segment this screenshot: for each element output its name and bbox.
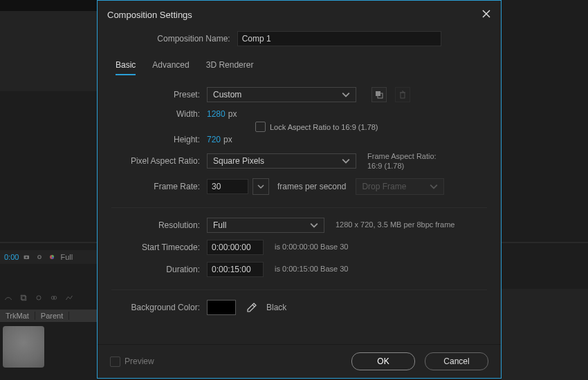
timeline-column-headers: TrkMat Parent bbox=[0, 310, 97, 322]
start-tc-input[interactable] bbox=[207, 240, 264, 255]
svg-point-6 bbox=[37, 296, 41, 300]
svg-rect-5 bbox=[22, 296, 26, 301]
tab-basic[interactable]: Basic bbox=[116, 60, 136, 75]
bgcolor-label: Background Color: bbox=[111, 303, 207, 312]
comp-name-label: Composition Name: bbox=[157, 34, 230, 44]
svg-point-1 bbox=[26, 256, 28, 258]
motionblur-icon bbox=[50, 294, 58, 302]
duration-label: Duration: bbox=[111, 265, 207, 274]
col-parent: Parent bbox=[35, 312, 69, 320]
resolution-dropdown[interactable]: Full bbox=[207, 218, 324, 233]
dialog-footer: Preview OK Cancel bbox=[98, 344, 501, 378]
start-tc-aside: is 0:00:00:00 Base 30 bbox=[275, 242, 348, 251]
framerate-unit: frames per second bbox=[277, 182, 346, 191]
bgcolor-name: Black bbox=[266, 303, 286, 312]
colorwheel-icon bbox=[48, 253, 56, 261]
duration-input[interactable] bbox=[207, 262, 264, 277]
width-label: Width: bbox=[111, 109, 207, 119]
snapshot-icon bbox=[35, 253, 44, 261]
svg-point-8 bbox=[53, 296, 57, 300]
viewer-res-label: Full bbox=[60, 253, 73, 261]
fx-icon bbox=[35, 294, 43, 302]
resolution-aside: 1280 x 720, 3.5 MB per 8bpc frame bbox=[336, 220, 454, 229]
ok-button[interactable]: OK bbox=[351, 352, 415, 370]
framerate-input[interactable] bbox=[207, 179, 248, 194]
comp-name-input[interactable] bbox=[237, 31, 441, 46]
framerate-dropdown-button[interactable] bbox=[252, 178, 269, 195]
tab-3d-renderer[interactable]: 3D Renderer bbox=[206, 60, 254, 75]
dialog-title: Composition Settings bbox=[107, 10, 192, 20]
svg-rect-4 bbox=[21, 295, 25, 299]
framerate-label: Frame Rate: bbox=[111, 182, 207, 191]
resolution-value: Full bbox=[213, 220, 226, 230]
preset-value: Custom bbox=[213, 90, 241, 99]
preset-label: Preset: bbox=[111, 90, 207, 99]
bgcolor-swatch[interactable] bbox=[207, 300, 236, 315]
right-panel-bg bbox=[502, 289, 588, 380]
close-icon[interactable] bbox=[481, 9, 491, 21]
width-value[interactable]: 1280 bbox=[207, 109, 226, 119]
graph-icon bbox=[65, 294, 73, 302]
chevron-down-icon bbox=[310, 221, 318, 229]
start-tc-label: Start Timecode: bbox=[111, 243, 207, 252]
lock-aspect-checkbox[interactable] bbox=[255, 122, 266, 132]
tabs: Basic Advanced 3D Renderer bbox=[111, 56, 487, 76]
dropframe-dropdown: Drop Frame bbox=[356, 178, 444, 195]
dialog-titlebar: Composition Settings bbox=[98, 1, 501, 28]
viewer-timecode: 0:00 bbox=[4, 253, 19, 261]
timeline-icons bbox=[4, 294, 73, 302]
save-preset-button[interactable] bbox=[371, 87, 387, 102]
resolution-label: Resolution: bbox=[111, 220, 207, 230]
shy-icon bbox=[4, 294, 12, 302]
preview-label: Preview bbox=[125, 357, 154, 366]
svg-rect-11 bbox=[401, 93, 405, 98]
chevron-down-icon bbox=[430, 182, 438, 191]
chevron-down-icon bbox=[342, 91, 350, 99]
width-unit: px bbox=[228, 109, 237, 119]
col-trkmat: TrkMat bbox=[0, 312, 35, 320]
chevron-down-icon bbox=[342, 157, 350, 165]
cancel-button[interactable]: Cancel bbox=[425, 352, 488, 370]
height-label: Height: bbox=[111, 135, 207, 144]
height-unit: px bbox=[223, 135, 232, 144]
lock-aspect-label: Lock Aspect Ratio to 16:9 (1.78) bbox=[270, 123, 378, 131]
viewer-toolbar: 0:00 Full bbox=[0, 250, 101, 264]
tab-advanced[interactable]: Advanced bbox=[152, 60, 189, 75]
layers-icon bbox=[19, 294, 28, 302]
camera-icon bbox=[23, 253, 31, 261]
composition-settings-dialog: Composition Settings Composition Name: B… bbox=[97, 0, 502, 379]
frame-aspect-aside: Frame Aspect Ratio: 16:9 (1.78) bbox=[367, 151, 437, 171]
preview-checkbox[interactable] bbox=[110, 357, 120, 367]
par-label: Pixel Aspect Ratio: bbox=[111, 156, 207, 166]
svg-point-2 bbox=[38, 256, 42, 259]
duration-aside: is 0:00:15:00 Base 30 bbox=[275, 264, 348, 274]
timeline-panel-bg bbox=[0, 0, 97, 91]
delete-preset-button[interactable] bbox=[395, 87, 410, 102]
watermark-logo bbox=[3, 326, 44, 368]
height-value[interactable]: 720 bbox=[207, 135, 221, 144]
par-dropdown[interactable]: Square Pixels bbox=[207, 153, 356, 169]
preset-dropdown[interactable]: Custom bbox=[207, 87, 356, 102]
eyedropper-icon[interactable] bbox=[244, 300, 259, 315]
par-value: Square Pixels bbox=[213, 156, 264, 166]
